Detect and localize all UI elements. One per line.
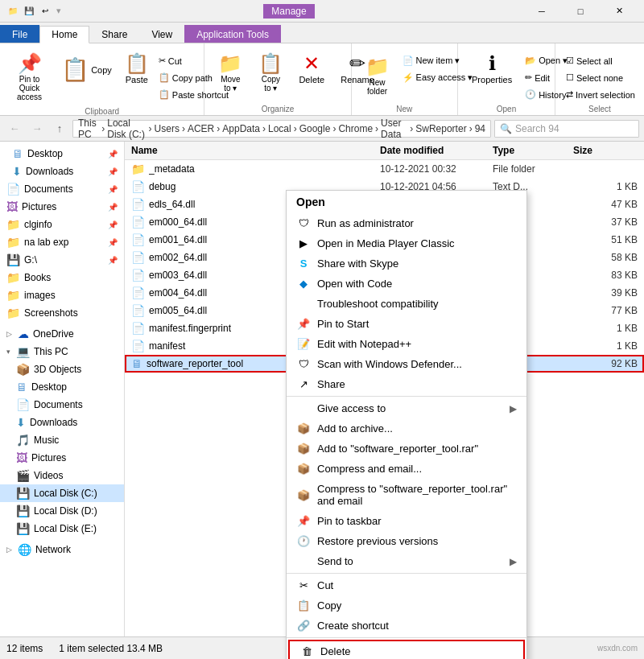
sidebar-item-desktop[interactable]: 🖥 Desktop 📌	[0, 145, 124, 163]
search-bar[interactable]: 🔍 Search 94	[494, 120, 639, 138]
sidebar-item-nalab[interactable]: 📁 na lab exp 📌	[0, 233, 124, 251]
sidebar-label-local-d: Local Disk (D:)	[34, 505, 97, 517]
cm-add-rar[interactable]: 📦 Add to "software_reporter_tool.rar"	[287, 439, 526, 459]
cm-create-shortcut[interactable]: 🔗 Create shortcut	[287, 616, 526, 636]
cm-add-archive[interactable]: 📦 Add to archive...	[287, 418, 526, 439]
cm-troubleshoot[interactable]: Troubleshoot compatibility	[287, 294, 526, 314]
new-folder-button[interactable]: 📁 Newfolder	[358, 53, 397, 100]
minimize-button[interactable]: ─	[523, 0, 560, 23]
file-size: 1 KB	[573, 323, 638, 334]
pin-indicator-doc: 📌	[108, 185, 118, 194]
back-button[interactable]: ←	[5, 119, 24, 138]
delete-ribbon-button[interactable]: ✕ Delete	[291, 50, 332, 89]
select-all-button[interactable]: ☑Select all	[562, 53, 639, 68]
sidebar-item-downloads[interactable]: ⬇ Downloads 📌	[0, 163, 124, 180]
sidebar-label-documents2: Documents	[34, 399, 83, 410]
cm-pin-start[interactable]: 📌 Pin to Start	[287, 314, 526, 334]
cm-admin-label: Run as administrator	[317, 217, 414, 229]
cm-cut[interactable]: ✂ Cut	[287, 575, 526, 595]
cut-label: Cut	[168, 56, 182, 66]
sidebar-item-downloads2[interactable]: ⬇ Downloads	[0, 414, 124, 431]
manifest-icon: 📄	[131, 340, 145, 352]
forward-button[interactable]: →	[27, 119, 47, 138]
cm-open-header[interactable]: Open	[287, 191, 526, 213]
sidebar-item-books[interactable]: 📁 Books	[0, 269, 124, 286]
exe-icon: 🖥	[131, 357, 142, 370]
new-group: 📁 Newfolder 📄New item ▾ ⚡Easy access ▾ N…	[352, 43, 458, 115]
cm-separator3	[287, 637, 526, 638]
close-button[interactable]: ✕	[601, 0, 638, 23]
file-list-header: Name Date modified Type Size	[125, 142, 644, 160]
cm-scan-defender[interactable]: 🛡 Scan with Windows Defender...	[287, 354, 526, 374]
copy-to-button[interactable]: 📋 Copyto ▾	[251, 50, 290, 97]
sidebar-item-g[interactable]: 💾 G:\ 📌	[0, 251, 124, 269]
cm-open-code[interactable]: ◆ Open with Code	[287, 274, 526, 294]
downloads2-icon: ⬇	[16, 416, 26, 429]
sidebar-item-desktop2[interactable]: 🖥 Desktop	[0, 378, 124, 396]
sidebar-item-pictures[interactable]: 🖼 Pictures 📌	[0, 198, 124, 216]
properties-button[interactable]: ℹ Properties	[464, 50, 519, 89]
cm-copy[interactable]: 📋 Copy	[287, 595, 526, 616]
sidebar-item-onedrive[interactable]: ▷ ☁ OneDrive	[0, 325, 124, 343]
paste-button[interactable]: 📋 Paste	[121, 50, 153, 89]
cm-give-access[interactable]: Give access to ▶	[287, 398, 526, 418]
sidebar-label-images: images	[24, 290, 56, 301]
tab-home[interactable]: Home	[39, 26, 89, 43]
cm-rar-icon: 📦	[296, 443, 311, 455]
sidebar-item-network[interactable]: ▷ 🌐 Network	[0, 541, 124, 558]
local-c-icon: 💾	[16, 487, 30, 500]
cm-pin-taskbar[interactable]: 📌 Pin to taskbar	[287, 511, 526, 531]
manage-tab-label[interactable]: Manage	[263, 4, 314, 19]
sidebar-item-videos[interactable]: 🎬 Videos	[0, 467, 124, 484]
invert-selection-button[interactable]: ⇄Invert selection	[562, 87, 639, 102]
cm-send-to[interactable]: Send to ▶	[287, 551, 526, 571]
cm-edit-notepad[interactable]: 📝 Edit with Notepad++	[287, 334, 526, 354]
sidebar-item-local-e[interactable]: 💾 Local Disk (E:)	[0, 520, 124, 537]
new-folder-label: Newfolder	[367, 78, 387, 96]
tab-share[interactable]: Share	[89, 25, 139, 43]
copy-main-button[interactable]: 📋 Copy	[54, 50, 119, 90]
maximize-button[interactable]: □	[562, 0, 599, 23]
move-to-button[interactable]: 📁 Moveto ▾	[211, 50, 250, 97]
sidebar-item-pictures2[interactable]: 🖼 Pictures	[0, 449, 124, 467]
cm-share[interactable]: ↗ Share	[287, 374, 526, 394]
sidebar-item-3d[interactable]: 📦 3D Objects	[0, 360, 124, 378]
pin-quick-access-button[interactable]: 📌 Pin to Quickaccess	[6, 50, 52, 105]
sidebar-item-this-pc[interactable]: ▾ 💻 This PC	[0, 343, 124, 360]
address-bar[interactable]: This PC › Local Disk (C:) › Users › ACER…	[72, 120, 491, 138]
clipboard-group: 📌 Pin to Quickaccess 📋 Copy 📋 Paste ✂Cut…	[0, 43, 204, 115]
cm-open-media-player[interactable]: ▶ Open in Media Player Classic	[287, 233, 526, 253]
tab-file[interactable]: File	[0, 25, 39, 43]
cm-code-icon: ◆	[296, 278, 311, 290]
delete-icon: ✕	[303, 54, 320, 73]
cm-taskbar-icon: 📌	[296, 515, 311, 527]
clipboard-buttons: 📌 Pin to Quickaccess 📋 Copy 📋 Paste ✂Cut…	[6, 47, 233, 105]
sidebar-item-screenshots[interactable]: 📁 Screenshots	[0, 304, 124, 322]
select-none-button[interactable]: ☐Select none	[562, 70, 639, 85]
sidebar-item-local-c[interactable]: 💾 Local Disk (C:)	[0, 484, 124, 502]
sidebar-item-images[interactable]: 📁 images	[0, 286, 124, 304]
sidebar-label-this-pc: This PC	[34, 346, 68, 357]
tab-application-tools[interactable]: Application Tools	[184, 25, 281, 43]
file-row[interactable]: 📁 _metadata 10-12-2021 00:32 File folder	[125, 160, 644, 178]
sidebar-item-music[interactable]: 🎵 Music	[0, 431, 124, 449]
sidebar-item-documents2[interactable]: 📄 Documents	[0, 396, 124, 414]
sidebar-item-local-d[interactable]: 💾 Local Disk (D:)	[0, 502, 124, 520]
cm-compress-email[interactable]: 📦 Compress and email...	[287, 459, 526, 479]
file-size: 37 KB	[573, 216, 638, 228]
addr-94: 94	[475, 123, 485, 134]
file-size: 92 KB	[573, 358, 638, 369]
sidebar-item-documents[interactable]: 📄 Documents 📌	[0, 180, 124, 198]
cm-access-label: Give access to	[317, 402, 386, 414]
cm-share-skype[interactable]: S Share with Skype	[287, 253, 526, 274]
tab-view[interactable]: View	[139, 25, 184, 43]
sidebar-item-clginfo[interactable]: 📁 clginfo 📌	[0, 216, 124, 233]
cm-delete[interactable]: 🗑 Delete	[288, 640, 525, 659]
up-button[interactable]: ↑	[50, 119, 69, 138]
sidebar-label-local-c: Local Disk (C:)	[34, 488, 97, 499]
cm-restore-versions[interactable]: 🕐 Restore previous versions	[287, 531, 526, 551]
cm-run-as-admin[interactable]: 🛡 Run as administrator	[287, 213, 526, 233]
cm-compress-rar-email[interactable]: 📦 Compress to "software_reporter_tool.ra…	[287, 479, 526, 511]
file-name: _metadata	[149, 163, 380, 175]
pin-indicator-pic: 📌	[108, 203, 118, 212]
